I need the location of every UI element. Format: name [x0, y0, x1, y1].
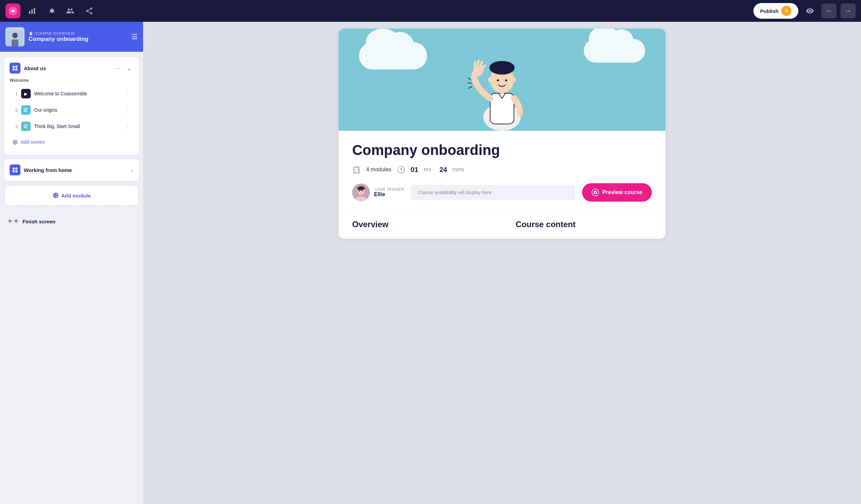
svg-point-32: [505, 79, 507, 81]
svg-point-49: [594, 192, 596, 193]
screen-2-icon: [21, 105, 31, 115]
trainer-label: YOUR TRAINER: [374, 187, 404, 191]
svg-rect-22: [15, 170, 17, 172]
module-more-button[interactable]: ⋯: [113, 64, 123, 72]
svg-rect-12: [15, 68, 17, 70]
logo-button[interactable]: [5, 3, 20, 18]
svg-rect-9: [13, 66, 15, 68]
analytics-icon-button[interactable]: [25, 3, 40, 18]
sidebar-menu-button[interactable]: ☰: [132, 33, 138, 41]
course-thumbnail: [5, 27, 25, 46]
svg-rect-17: [24, 126, 27, 127]
add-screen-button[interactable]: ⊕ Add screen: [10, 135, 134, 150]
section-welcome-label: Welcome: [10, 78, 134, 83]
finish-screen-section[interactable]: ✦✦ Finish screen: [4, 213, 139, 230]
back-button[interactable]: ←: [821, 3, 836, 18]
modules-icon: 📋: [352, 165, 361, 174]
mins-label: mins: [453, 166, 464, 173]
course-main-title: Company onboarding: [352, 142, 652, 159]
publish-button[interactable]: Publish $: [753, 3, 798, 19]
overview-col: Overview: [339, 210, 502, 239]
svg-rect-14: [24, 110, 27, 110]
svg-point-44: [359, 191, 360, 192]
svg-rect-11: [13, 68, 15, 70]
svg-rect-13: [24, 108, 28, 109]
svg-rect-15: [24, 111, 27, 112]
people-icon-button[interactable]: [63, 3, 78, 18]
preview-eye-button[interactable]: [803, 3, 817, 18]
duration-mins: 24: [439, 166, 447, 174]
finish-screen-icon: ✦✦: [7, 217, 19, 226]
screen-item-1[interactable]: 1 ▶ Welcome to Coassemble ⋮: [10, 85, 134, 102]
module-collapse-button[interactable]: ⌄: [124, 64, 134, 72]
duration-hrs: 01: [411, 166, 418, 174]
content-col: Course content: [502, 210, 666, 239]
module-about-us-icon: [10, 63, 20, 73]
overview-section: Overview Course content: [339, 210, 666, 239]
top-navigation: Publish $ ← →: [0, 0, 861, 22]
hrs-label: hrs: [424, 166, 431, 173]
svg-rect-8: [12, 40, 18, 46]
svg-text:$: $: [785, 9, 788, 13]
add-module-button[interactable]: ⊕ Add module: [4, 185, 139, 206]
screen-1-icon: ▶: [21, 89, 31, 98]
content-heading: Course content: [516, 220, 652, 229]
publish-label: Publish: [760, 8, 779, 14]
svg-rect-21: [13, 170, 15, 172]
svg-rect-1: [29, 11, 30, 14]
hero-banner: [339, 29, 666, 131]
svg-rect-2: [31, 9, 33, 14]
overview-heading: Overview: [352, 220, 488, 229]
module-wfh-icon: [10, 164, 20, 175]
svg-rect-20: [15, 167, 17, 169]
course-overview-label: 📋 COURSE OVERVIEW: [29, 31, 127, 36]
screen-item-3[interactable]: 3 Think Big, Start Small ⋮: [10, 118, 134, 135]
svg-point-45: [362, 191, 363, 192]
svg-point-31: [497, 79, 499, 81]
svg-point-34: [512, 77, 516, 82]
trainer-avatar: [352, 183, 370, 201]
module-wfh-title: Working from home: [24, 167, 128, 173]
svg-point-43: [357, 186, 365, 190]
share-icon-button[interactable]: [82, 3, 97, 18]
screen-3-more-button[interactable]: ⋮: [124, 122, 131, 131]
svg-rect-10: [15, 66, 17, 68]
screen-2-more-button[interactable]: ⋮: [124, 106, 131, 114]
trainer-name: Ellie: [374, 191, 404, 197]
forward-button[interactable]: →: [840, 3, 856, 18]
module-working-from-home[interactable]: Working from home ›: [4, 159, 139, 181]
module-wfh-expand-icon: ›: [131, 166, 134, 174]
svg-line-38: [469, 86, 472, 88]
module-about-us: About us ⋯ ⌄ Welcome 1 ▶ Welcome to Coas…: [4, 57, 139, 155]
screen-3-name: Think Big, Start Small: [34, 124, 121, 129]
preview-course-button[interactable]: Preview course: [582, 183, 652, 202]
svg-rect-19: [13, 167, 15, 169]
cloud-left: [359, 42, 427, 69]
svg-line-36: [468, 78, 471, 80]
screen-2-name: Our origins: [34, 107, 121, 113]
sidebar: 📋 COURSE OVERVIEW Company onboarding ☰: [0, 22, 143, 504]
cloud-right: [584, 39, 645, 63]
finish-screen-label: Finish screen: [23, 219, 55, 224]
clock-icon: 🕐: [397, 165, 405, 174]
settings-icon-button[interactable]: [44, 3, 58, 18]
course-header[interactable]: 📋 COURSE OVERVIEW Company onboarding ☰: [0, 22, 143, 52]
sidebar-course-title: Company onboarding: [29, 36, 127, 43]
screen-1-more-button[interactable]: ⋮: [124, 90, 131, 98]
modules-count: 4 modules: [366, 166, 391, 173]
svg-rect-3: [34, 8, 35, 14]
svg-point-7: [12, 33, 18, 38]
course-info-section: Company onboarding 📋 4 modules 🕐 01 hrs …: [339, 131, 666, 210]
screen-3-icon: [21, 122, 31, 131]
hero-figure: [458, 36, 546, 131]
preview-course-label: Preview course: [602, 189, 642, 195]
course-footer-row: YOUR TRAINER Ellie Course availability w…: [352, 183, 652, 202]
content-area: Company onboarding 📋 4 modules 🕐 01 hrs …: [143, 22, 861, 504]
svg-rect-16: [24, 125, 28, 125]
svg-point-33: [488, 77, 492, 82]
availability-badge: Course availability will display here: [411, 185, 575, 200]
course-preview-card: Company onboarding 📋 4 modules 🕐 01 hrs …: [339, 29, 666, 239]
svg-rect-30: [490, 65, 514, 69]
publish-coin-icon: $: [781, 6, 792, 16]
screen-item-2[interactable]: 2 Our origins ⋮: [10, 102, 134, 118]
